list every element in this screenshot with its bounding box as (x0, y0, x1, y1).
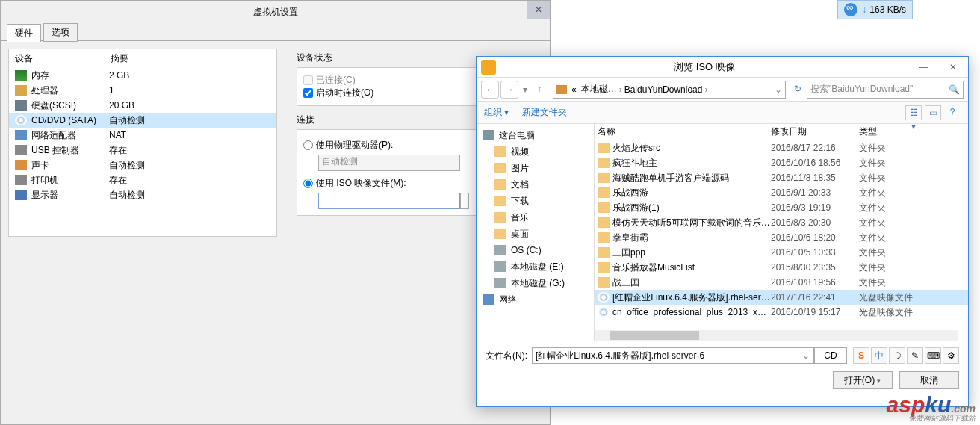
fold-icon (494, 179, 506, 190)
close-button[interactable]: ✕ (527, 1, 550, 19)
minimize-button[interactable]: — (908, 62, 938, 72)
back-button[interactable]: ← (481, 81, 499, 99)
tree-item[interactable]: 音乐 (477, 209, 594, 226)
folder-icon (598, 158, 610, 168)
file-row[interactable]: 音乐播放器MusicList2015/8/30 23:35文件夹 (595, 260, 968, 275)
iso-path-combo[interactable] (318, 193, 460, 209)
tab-hardware[interactable]: 硬件 (7, 24, 41, 42)
forward-button[interactable]: → (500, 81, 518, 99)
folder-tree: 这台电脑视频图片文档下载音乐桌面OS (C:)本地磁盘 (E:)本地磁盘 (G:… (477, 124, 595, 341)
cancel-button[interactable]: 取消 (899, 371, 959, 389)
history-dropdown[interactable]: ▾ (520, 84, 530, 95)
dialog-title: 浏览 ISO 映像 (500, 61, 908, 74)
file-row[interactable]: 模仿天天动听5可联网下载歌词的音乐播…2016/8/3 20:30文件夹 (595, 215, 968, 230)
physical-drive-radio[interactable] (303, 140, 313, 150)
physical-drive-combo: 自动检测 (318, 155, 460, 171)
tree-item[interactable]: 视频 (477, 143, 594, 160)
ime-lang[interactable]: 中 (871, 347, 887, 364)
speed-value: 163 KB/s (869, 4, 906, 15)
tree-item[interactable]: OS (C:) (477, 242, 594, 258)
fold-icon (494, 163, 506, 173)
connect-on-start-checkbox[interactable] (303, 88, 313, 98)
filename-dropdown[interactable]: ⌄ (802, 350, 810, 361)
browse-button[interactable] (460, 193, 469, 209)
cloud-icon (844, 3, 858, 16)
ime-settings-icon[interactable]: ✎ (907, 347, 923, 364)
file-list-header: 名称 修改日期 类型 (595, 124, 968, 140)
tree-item[interactable]: 本地磁盘 (E:) (477, 258, 594, 275)
hardware-row[interactable]: 声卡自动检测 (9, 158, 276, 173)
close-button[interactable]: ✕ (938, 62, 968, 72)
file-row[interactable]: 乐战西游(1)2016/9/3 19:19文件夹 (595, 200, 968, 215)
toolbar: 组织 ▾ 新建文件夹 ☷ ▾ ▭ ? (477, 102, 968, 124)
file-row[interactable]: 乐战西游2016/9/1 20:33文件夹 (595, 185, 968, 200)
fold-icon (494, 229, 506, 239)
hardware-row[interactable]: 硬盘(SCSI)20 GB (9, 98, 276, 113)
hardware-row[interactable]: CD/DVD (SATA)自动检测 (9, 113, 276, 128)
hardware-header: 设备 摘要 (9, 49, 276, 68)
file-row[interactable]: 战三国2016/10/8 19:56文件夹 (595, 275, 968, 290)
ime-menu-icon[interactable]: ⚙ (943, 347, 959, 364)
download-speed-indicator: ↓ 163 KB/s (837, 0, 913, 19)
mem-icon (15, 70, 27, 81)
tab-options[interactable]: 选项 (43, 23, 78, 42)
ime-moon-icon[interactable]: ☽ (889, 347, 905, 364)
search-input[interactable]: 搜索"BaiduYunDownload" 🔍 (807, 81, 964, 99)
file-row[interactable]: 火焰龙传src2016/8/17 22:16文件夹 (595, 140, 968, 155)
prn-icon (15, 175, 27, 185)
filetype-filter[interactable]: CD (814, 347, 847, 364)
help-button[interactable]: ? (944, 105, 961, 120)
usb-icon (15, 145, 27, 155)
tree-item[interactable]: 桌面 (477, 226, 594, 242)
open-button[interactable]: 打开(O) ▾ (833, 371, 893, 389)
preview-button[interactable]: ▭ (925, 105, 941, 120)
filename-label: 文件名(N): (486, 350, 527, 362)
up-button[interactable]: ↑ (530, 81, 548, 99)
file-row[interactable]: 拳皇街霸2016/10/6 18:20文件夹 (595, 230, 968, 245)
tab-bar: 硬件 选项 (1, 23, 550, 41)
tree-item[interactable]: 下载 (477, 193, 594, 209)
file-row[interactable]: 疯狂斗地主2016/10/16 18:56文件夹 (595, 155, 968, 170)
folder-icon (598, 232, 610, 243)
net-icon (15, 130, 27, 140)
organize-button[interactable]: 组织 ▾ (484, 106, 509, 119)
folder-icon (598, 143, 610, 153)
view-button[interactable]: ☷ ▾ (905, 105, 922, 120)
horizontal-scrollbar[interactable] (595, 330, 958, 341)
file-row[interactable]: 三国ppp2016/10/5 10:33文件夹 (595, 245, 968, 260)
drive-icon (556, 85, 567, 94)
disc-icon (598, 292, 610, 303)
pc-icon (483, 130, 494, 140)
hardware-row[interactable]: 打印机存在 (9, 173, 276, 187)
hardware-row[interactable]: USB 控制器存在 (9, 143, 276, 158)
file-row[interactable]: cn_office_professional_plus_2013_x64…201… (595, 305, 968, 320)
connected-checkbox (303, 75, 313, 85)
hardware-row[interactable]: 网络适配器NAT (9, 128, 276, 143)
filename-input[interactable] (532, 347, 814, 364)
hardware-row[interactable]: 显示器自动检测 (9, 187, 276, 202)
new-folder-button[interactable]: 新建文件夹 (522, 106, 567, 119)
down-arrow-icon: ↓ (862, 4, 866, 15)
hardware-row[interactable]: 内存2 GB (9, 68, 276, 83)
nav-bar: ← → ▾ ↑ « 本地磁… › BaiduYunDownload › ⌄ ↻ … (477, 78, 968, 102)
tree-item[interactable]: 文档 (477, 176, 594, 193)
address-dropdown[interactable]: ⌄ (775, 84, 782, 95)
hardware-list-panel: 设备 摘要 内存2 GB处理器1硬盘(SCSI)20 GBCD/DVD (SAT… (1, 41, 285, 424)
folder-icon (598, 277, 610, 288)
tree-item[interactable]: 本地磁盘 (G:) (477, 275, 594, 291)
dialog-title-bar: 浏览 ISO 映像 — ✕ (477, 57, 968, 78)
file-row[interactable]: [红帽企业Linux.6.4.服务器版].rhel-serve…2017/1/1… (595, 290, 968, 305)
iso-file-radio[interactable] (303, 179, 313, 188)
refresh-button[interactable]: ↻ (789, 81, 807, 99)
hardware-row[interactable]: 处理器1 (9, 83, 276, 98)
ime-icon[interactable]: S (853, 347, 869, 364)
address-bar[interactable]: « 本地磁… › BaiduYunDownload › ⌄ (553, 81, 786, 99)
ime-keyboard-icon[interactable]: ⌨ (925, 347, 941, 364)
file-row[interactable]: 海贼酷跑单机手游客户端源码2016/11/8 18:35文件夹 (595, 170, 968, 185)
tree-item[interactable]: 网络 (477, 291, 594, 308)
tree-item[interactable]: 这台电脑 (477, 127, 594, 143)
dsk-icon (494, 278, 506, 288)
window-title-bar: 虚拟机设置 ✕ (1, 1, 550, 23)
disk-icon (15, 100, 27, 111)
tree-item[interactable]: 图片 (477, 160, 594, 176)
